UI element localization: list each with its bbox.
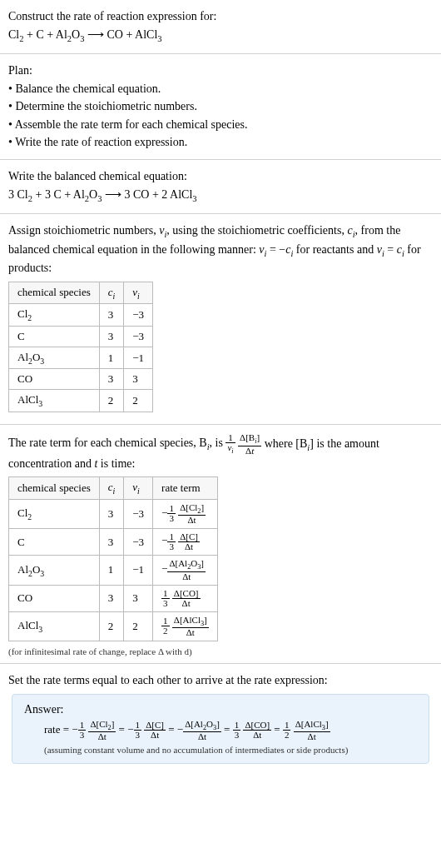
answer-label: Answer: <box>24 703 417 716</box>
fraction: 13 <box>167 532 176 551</box>
fraction: Δ[AlCl3]Δt <box>172 616 209 637</box>
cell-nui: −3 <box>124 529 153 556</box>
stoich-table: chemical species ci νi Cl23−3C3−3Al2O31−… <box>8 282 153 412</box>
cell-species: Cl2 <box>9 304 100 327</box>
cell-rateterm: −13 Δ[Cl2]Δt <box>153 499 218 528</box>
rateterm-intro-mid: , is <box>210 437 226 450</box>
table-header-row: chemical species ci νi <box>9 282 153 304</box>
cell-species: C <box>9 326 100 347</box>
cell-ci: 3 <box>99 304 124 327</box>
cell-ci: 2 <box>99 390 124 412</box>
fraction: 13 <box>78 721 87 740</box>
final-heading: Set the rate terms equal to each other t… <box>8 672 433 689</box>
col-nui: νi <box>124 282 153 304</box>
col-nui: νi <box>124 477 153 500</box>
table-row: C3−3 <box>9 326 153 347</box>
table-row: AlCl322 <box>9 390 153 412</box>
cell-rateterm: −Δ[Al2O3]Δt <box>153 556 218 585</box>
cell-nui: −1 <box>124 347 153 369</box>
col-rateterm: rate term <box>153 477 218 500</box>
col-ci: ci <box>99 477 124 500</box>
fraction: 12 <box>161 616 170 636</box>
answer-note: (assuming constant volume and no accumul… <box>24 745 417 755</box>
cell-nui: 3 <box>124 369 153 390</box>
frac-dB-dt: Δ[Bi]Δt <box>238 433 261 455</box>
cell-ci: 1 <box>99 347 124 369</box>
table-header-row: chemical species ci νi rate term <box>9 477 218 500</box>
plan-item: • Assemble the rate term for each chemic… <box>8 117 433 133</box>
table-row: AlCl32212 Δ[AlCl3]Δt <box>9 611 218 641</box>
cell-species: AlCl3 <box>9 611 100 641</box>
plan-heading: Plan: <box>8 62 433 79</box>
fraction: 12 <box>283 721 291 740</box>
fraction: Δ[Al2O3]Δt <box>167 559 206 581</box>
cell-nui: −3 <box>124 326 153 347</box>
cell-rateterm: 13 Δ[CO]Δt <box>153 585 218 611</box>
fraction: Δ[C]Δt <box>144 721 166 740</box>
fraction: Δ[Al2O3]Δt <box>183 720 221 741</box>
cell-ci: 3 <box>99 369 124 390</box>
table-row: Al2O31−1−Δ[Al2O3]Δt <box>9 556 218 585</box>
frac-one-over-nu: 1νi <box>225 433 235 455</box>
stoich-section: Assign stoichiometric numbers, νi, using… <box>0 214 441 425</box>
cell-nui: −1 <box>124 556 153 585</box>
cell-species: Al2O3 <box>9 556 100 585</box>
table-row: C3−3−13 Δ[C]Δt <box>9 529 218 556</box>
cell-species: CO <box>9 369 100 390</box>
plan-item: • Balance the chemical equation. <box>8 81 433 97</box>
cell-rateterm: 12 Δ[AlCl3]Δt <box>153 611 218 641</box>
cell-species: Cl2 <box>9 499 100 528</box>
rateterm-table: chemical species ci νi rate term Cl23−3−… <box>8 476 218 641</box>
cell-ci: 3 <box>99 529 124 556</box>
cell-nui: 2 <box>124 390 153 412</box>
col-ci: ci <box>99 282 124 304</box>
cell-ci: 3 <box>99 585 124 611</box>
prompt-title: Construct the rate of reaction expressio… <box>8 8 433 25</box>
cell-nui: −3 <box>124 304 153 327</box>
cell-ci: 3 <box>99 326 124 347</box>
rateterm-intro-pre: The rate term for each chemical species,… <box>8 437 207 450</box>
balanced-section: Write the balanced chemical equation: 3 … <box>0 160 441 214</box>
rateterm-intro: The rate term for each chemical species,… <box>8 433 433 471</box>
col-species: chemical species <box>9 282 100 304</box>
plan-section: Plan: • Balance the chemical equation. •… <box>0 54 441 160</box>
fraction: 13 <box>134 721 142 740</box>
table-row: Al2O31−1 <box>9 347 153 369</box>
cell-species: C <box>9 529 100 556</box>
table-row: CO3313 Δ[CO]Δt <box>9 585 218 611</box>
final-section: Set the rate terms equal to each other t… <box>0 664 441 776</box>
fraction: Δ[C]Δt <box>178 532 200 551</box>
fraction: Δ[Cl2]Δt <box>88 720 116 741</box>
fraction: Δ[CO]Δt <box>243 721 271 740</box>
balanced-heading: Write the balanced chemical equation: <box>8 168 433 185</box>
fraction: 13 <box>161 589 170 608</box>
fraction: 13 <box>233 721 241 740</box>
cell-species: Al2O3 <box>9 347 100 369</box>
fraction: Δ[Cl2]Δt <box>178 503 206 525</box>
answer-box: Answer: rate = −13 Δ[Cl2]Δt = −13 Δ[C]Δt… <box>12 694 429 764</box>
balanced-equation: 3 Cl2 + 3 C + Al2O3 ⟶ 3 CO + 2 AlCl3 <box>8 187 433 205</box>
cell-rateterm: −13 Δ[C]Δt <box>153 529 218 556</box>
cell-ci: 2 <box>99 611 124 641</box>
prompt-equation: Cl2 + C + Al2O3 ⟶ CO + AlCl3 <box>8 27 433 45</box>
cell-species: AlCl3 <box>9 390 100 412</box>
fraction: 13 <box>167 504 176 523</box>
answer-equation: rate = −13 Δ[Cl2]Δt = −13 Δ[C]Δt = −Δ[Al… <box>24 720 417 741</box>
cell-nui: −3 <box>124 499 153 528</box>
table-row: Cl23−3−13 Δ[Cl2]Δt <box>9 499 218 528</box>
cell-species: CO <box>9 585 100 611</box>
rateterm-general-term: 1νi Δ[Bi]Δt <box>225 437 264 450</box>
rateterm-note: (for infinitesimal rate of change, repla… <box>8 646 433 656</box>
stoich-intro: Assign stoichiometric numbers, νi, using… <box>8 222 433 277</box>
prompt-section: Construct the rate of reaction expressio… <box>0 0 441 54</box>
cell-ci: 1 <box>99 556 124 585</box>
rateterm-section: The rate term for each chemical species,… <box>0 425 441 664</box>
col-species: chemical species <box>9 477 100 500</box>
table-row: CO33 <box>9 369 153 390</box>
fraction: Δ[CO]Δt <box>172 589 201 608</box>
plan-item: • Write the rate of reaction expression. <box>8 134 433 151</box>
table-row: Cl23−3 <box>9 304 153 327</box>
cell-nui: 3 <box>124 585 153 611</box>
plan-item: • Determine the stoichiometric numbers. <box>8 98 433 115</box>
cell-ci: 3 <box>99 499 124 528</box>
